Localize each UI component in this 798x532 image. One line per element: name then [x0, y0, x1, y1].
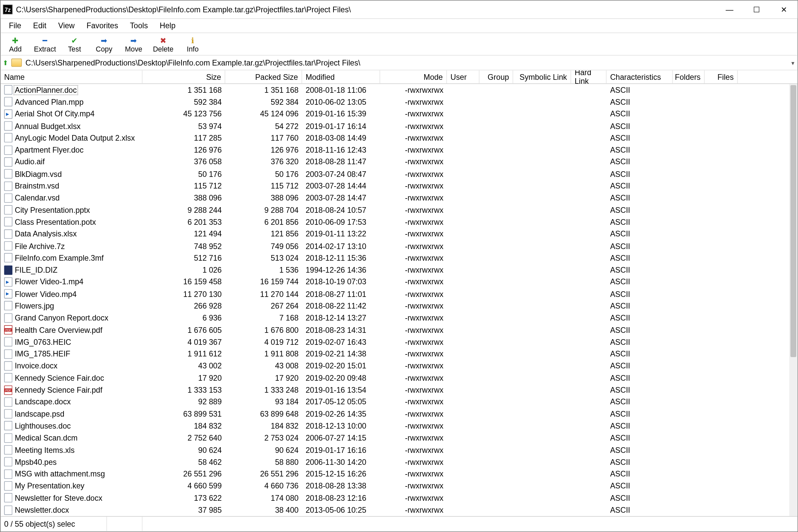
- rows-viewport[interactable]: ActionPlanner.doc1 351 1681 351 1682008-…: [1, 84, 798, 516]
- file-name: Medical Scan.dcm: [15, 434, 77, 442]
- table-row[interactable]: Newsletter for Steve.docx173 622174 0802…: [1, 492, 790, 504]
- cell-modified: 2010-06-09 17:53: [302, 217, 380, 226]
- table-row[interactable]: Audio.aif376 058376 3202018-08-28 11:47-…: [1, 156, 790, 168]
- table-row[interactable]: Flower Video-1.mp416 159 45816 159 74420…: [1, 276, 790, 288]
- cell-size: 37 985: [142, 506, 225, 514]
- table-row[interactable]: Apartment Flyer.doc126 976126 9762018-11…: [1, 144, 790, 156]
- cell-modified: 2018-10-19 07:03: [302, 278, 380, 287]
- table-row[interactable]: Class Presentation.potx6 201 3536 201 85…: [1, 216, 790, 228]
- toolbar-add-button[interactable]: ✚Add: [1, 33, 30, 55]
- table-row[interactable]: Data Analysis.xlsx121 494121 8562019-01-…: [1, 228, 790, 240]
- file-icon: [4, 121, 12, 131]
- up-icon[interactable]: ⬆: [1, 59, 10, 66]
- column-header-group[interactable]: Group: [479, 71, 513, 83]
- column-header-packed[interactable]: Packed Size: [225, 71, 302, 83]
- table-row[interactable]: FILE_ID.DIZ1 0261 5361994-12-26 14:36-rw…: [1, 264, 790, 276]
- table-row[interactable]: City Presentation.pptx9 288 2449 288 704…: [1, 204, 790, 216]
- table-row[interactable]: Annual Budget.xlsx53 97454 2722019-01-17…: [1, 120, 790, 132]
- table-row[interactable]: Flower Video.mp411 270 13011 270 1442018…: [1, 288, 790, 300]
- table-row[interactable]: Advanced Plan.mpp592 384592 3842010-06-0…: [1, 96, 790, 108]
- cell-size: 26 551 296: [142, 470, 225, 478]
- window-title: C:\Users\SharpenedProductions\Desktop\Fi…: [16, 5, 716, 14]
- menu-edit[interactable]: Edit: [27, 20, 52, 31]
- table-row[interactable]: Invoice.docx43 00243 0082019-02-20 15:01…: [1, 360, 790, 372]
- column-header-char[interactable]: Characteristics: [607, 71, 673, 83]
- toolbar-copy-button[interactable]: ➡Copy: [89, 33, 119, 55]
- cell-size: 11 270 130: [142, 290, 225, 299]
- menu-help[interactable]: Help: [154, 20, 182, 31]
- table-row[interactable]: IMG_1785.HEIF1 911 6121 911 8082019-02-2…: [1, 348, 790, 360]
- scrollbar-thumb[interactable]: [790, 85, 796, 357]
- table-row[interactable]: Lighthouses.doc184 832184 8322018-12-13 …: [1, 420, 790, 432]
- file-icon: [4, 313, 12, 323]
- table-row[interactable]: Meeting Items.xls90 62490 6242019-01-17 …: [1, 444, 790, 456]
- table-row[interactable]: landscape.psd63 899 53163 899 6482019-02…: [1, 408, 790, 420]
- table-row[interactable]: Flowers.jpg266 928267 2642018-08-22 11:4…: [1, 300, 790, 312]
- column-header-user[interactable]: User: [447, 71, 479, 83]
- menu-file[interactable]: File: [3, 20, 27, 31]
- column-header-name[interactable]: Name: [1, 71, 142, 83]
- table-row[interactable]: Kennedy Science Fair.pdf1 333 1531 333 2…: [1, 384, 790, 396]
- cell-size: 53 974: [142, 121, 225, 130]
- minimize-button[interactable]: —: [716, 1, 743, 18]
- menu-tools[interactable]: Tools: [124, 20, 154, 31]
- table-row[interactable]: BlkDiagm.vsd50 17650 1762003-07-24 08:47…: [1, 168, 790, 180]
- table-row[interactable]: Mpsb40.pes58 46258 8802006-11-30 14:20-r…: [1, 456, 790, 468]
- cell-packed: 388 096: [225, 193, 302, 203]
- cell-mode: -rwxrwxrwx: [380, 182, 447, 191]
- table-row[interactable]: Brainstm.vsd115 712115 7122003-07-28 14:…: [1, 180, 790, 192]
- vertical-scrollbar[interactable]: [790, 84, 798, 516]
- menu-view[interactable]: View: [52, 20, 80, 31]
- table-row[interactable]: Medical Scan.dcm2 752 6402 753 0242006-0…: [1, 432, 790, 444]
- column-header-symlink[interactable]: Symbolic Link: [513, 71, 571, 83]
- path-dropdown-icon[interactable]: ▾: [788, 59, 797, 66]
- toolbar-extract-button[interactable]: ━Extract: [30, 33, 60, 55]
- table-row[interactable]: Kennedy Science Fair.doc17 92017 9202019…: [1, 372, 790, 384]
- cell-size: 17 920: [142, 374, 225, 382]
- cell-modified: 2019-01-11 13:22: [302, 229, 380, 239]
- cell-modified: 2014-02-17 13:10: [302, 241, 380, 250]
- cell-mode: -rwxrwxrwx: [380, 493, 447, 502]
- table-row[interactable]: IMG_0763.HEIC4 019 3674 019 7122019-02-0…: [1, 336, 790, 348]
- toolbar-test-button[interactable]: ✔Test: [60, 33, 90, 55]
- toolbar-info-button[interactable]: ℹInfo: [178, 33, 208, 55]
- column-header-folders[interactable]: Folders: [673, 71, 705, 83]
- table-row[interactable]: FileInfo.com Example.3mf512 716513 02420…: [1, 252, 790, 264]
- table-row[interactable]: Calendar.vsd388 096388 0962003-07-28 14:…: [1, 192, 790, 204]
- file-name: landscape.psd: [15, 410, 64, 419]
- file-icon: [4, 397, 12, 407]
- close-button[interactable]: ✕: [771, 1, 798, 18]
- table-row[interactable]: AnyLogic Model Data Output 2.xlsx117 285…: [1, 132, 790, 144]
- table-row[interactable]: Health Care Overview.pdf1 676 6051 676 8…: [1, 324, 790, 336]
- column-header-files[interactable]: Files: [705, 71, 738, 83]
- table-row[interactable]: My Presentation.key4 660 5994 660 736201…: [1, 480, 790, 492]
- cell-modified: 2003-07-24 08:47: [302, 170, 380, 178]
- table-row[interactable]: MSG with attachment.msg26 551 29626 551 …: [1, 468, 790, 480]
- cell-char: ASCII: [607, 506, 673, 514]
- table-row[interactable]: Newsletter.docx37 98538 4002013-05-06 10…: [1, 504, 790, 516]
- maximize-button[interactable]: ☐: [743, 1, 771, 18]
- column-header-hardlink[interactable]: Hard Link: [571, 71, 607, 83]
- cell-packed: 749 056: [225, 241, 302, 250]
- file-name: BlkDiagm.vsd: [15, 170, 61, 178]
- column-header-size[interactable]: Size: [142, 71, 225, 83]
- toolbar-move-button[interactable]: ➡Move: [119, 33, 148, 55]
- table-row[interactable]: ActionPlanner.doc1 351 1681 351 1682008-…: [1, 84, 790, 96]
- titlebar[interactable]: 7z C:\Users\SharpenedProductions\Desktop…: [1, 1, 798, 18]
- cell-size: 58 462: [142, 457, 225, 467]
- menu-favorites[interactable]: Favorites: [80, 20, 124, 31]
- table-row[interactable]: Grand Canyon Report.docx6 9367 1682018-1…: [1, 312, 790, 324]
- table-row[interactable]: File Archive.7z748 952749 0562014-02-17 …: [1, 240, 790, 252]
- column-header-mode[interactable]: Mode: [380, 71, 447, 83]
- file-name: AnyLogic Model Data Output 2.xlsx: [15, 134, 135, 142]
- table-row[interactable]: Landscape.docx92 88993 1842017-05-12 05:…: [1, 396, 790, 408]
- column-header-modified[interactable]: Modified: [302, 71, 380, 83]
- path-input[interactable]: [22, 58, 788, 67]
- toolbar-delete-button[interactable]: ✖Delete: [148, 33, 178, 55]
- cell-packed: 4 660 736: [225, 481, 302, 491]
- file-icon: [4, 457, 12, 467]
- cell-size: 6 201 353: [142, 217, 225, 226]
- cell-char: ASCII: [607, 265, 673, 274]
- file-list: NameSizePacked SizeModifiedModeUserGroup…: [1, 71, 798, 516]
- table-row[interactable]: Aerial Shot Of City.mp445 123 75645 124 …: [1, 108, 790, 120]
